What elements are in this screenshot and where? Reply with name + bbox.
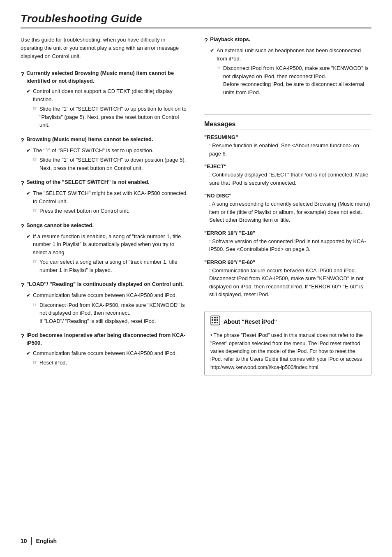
trouble-item-3: ? Setting of the "SELECT SWITCH" is not …	[21, 179, 188, 215]
answer-text-1-1: Control unit does not support a CD TEXT …	[33, 87, 188, 103]
answer-check-1-1: ✔ Control unit does not support a CD TEX…	[26, 87, 188, 103]
page-title: Troubleshooting Guide	[21, 12, 371, 25]
svg-rect-7	[212, 322, 213, 323]
note-4-1: ☞ You can select a song after a song of …	[33, 258, 188, 274]
message-eject: "EJECT" : Continuously displayed "EJECT"…	[204, 163, 371, 187]
question-text-1: Currently selected Browsing (Music menu)…	[26, 70, 188, 85]
trouble-item-6: ? iPod becomes inoperative after being d…	[21, 332, 188, 367]
note-playback-1: ☞ Disconnect iPod from KCA-iP500, make s…	[217, 64, 371, 96]
note-text-4-1: You can select a song after a song of "t…	[39, 258, 188, 274]
note-icon-4-1: ☞	[33, 258, 37, 265]
svg-rect-9	[217, 322, 218, 323]
question-4: ? Songs cannot be selected.	[21, 222, 188, 230]
question-text-5: "LOAD"/ "Reading" is continuously displa…	[26, 281, 184, 288]
reset-svg-icon	[210, 316, 220, 325]
note-text-3-1: Press the reset button on Control unit.	[39, 207, 129, 215]
question-mark-2: ?	[21, 136, 24, 144]
note-icon-3-1: ☞	[33, 207, 37, 214]
note-2-1: ☞ Slide the "1" of "SELECT SWITCH" to do…	[33, 156, 188, 172]
checkmark-4-1: ✔	[26, 232, 31, 241]
question-text-2: Browsing (Music menu) items cannot be se…	[26, 136, 153, 144]
page-footer: 10 English	[21, 537, 57, 545]
message-desc-error60: : Communication failure occurs between K…	[204, 267, 371, 299]
message-error60: "ERROR 60"/ "E-60" : Communication failu…	[204, 259, 371, 299]
title-divider	[21, 28, 371, 28]
svg-rect-6	[217, 319, 218, 321]
message-resuming: "RESUMING" : Resume function is enabled.…	[204, 134, 371, 158]
reset-box-title: About "Reset iPod"	[210, 316, 365, 329]
reset-icon	[210, 316, 220, 329]
answer-text-2-1: The "1" of "SELECT SWITCH" is set to up …	[33, 146, 154, 155]
question-2: ? Browsing (Music menu) items cannot be …	[21, 136, 188, 144]
svg-rect-8	[214, 322, 216, 323]
note-5-1: ☞ Disconnect iPod from KCA-iP500, make s…	[33, 301, 188, 325]
left-column: Use this guide for troubleshooting, when…	[21, 36, 188, 376]
checkmark-1-1: ✔	[26, 87, 31, 95]
question-mark-1: ?	[21, 70, 24, 78]
right-column: ? Playback stops. ✔ An external unit suc…	[204, 36, 371, 376]
answers-4: ✔ If a resume function is enabled, a son…	[21, 232, 188, 274]
note-icon-1-1: ☞	[33, 105, 37, 112]
question-playback: ? Playback stops.	[204, 36, 371, 44]
intro-text: Use this guide for troubleshooting, when…	[21, 36, 188, 60]
note-text-2-1: Slide the "1" of "SELECT SWITCH" to down…	[39, 156, 188, 172]
question-6: ? iPod becomes inoperative after being d…	[21, 332, 188, 347]
answer-check-5-1: ✔ Communication failure occurs between K…	[26, 291, 188, 299]
answers-6: ✔ Communication failure occurs between K…	[21, 349, 188, 367]
answer-text-3-1: The "SELECT SWITCH" might be set with KC…	[33, 189, 188, 205]
note-text-1-1: Slide the "1" of "SELECT SWITCH" to up p…	[39, 105, 188, 129]
answers-playback: ✔ An external unit such as headphones ha…	[204, 46, 371, 96]
messages-divider	[204, 114, 371, 115]
trouble-item-4: ? Songs cannot be selected. ✔ If a resum…	[21, 222, 188, 274]
trouble-item-5: ? "LOAD"/ "Reading" is continuously disp…	[21, 281, 188, 325]
page: Troubleshooting Guide Use this guide for…	[0, 0, 392, 557]
message-label-error60: "ERROR 60"/ "E-60"	[204, 259, 371, 265]
reset-box-title-text: About "Reset iPod"	[224, 318, 277, 327]
answer-text-4-1: If a resume function is enabled, a song …	[33, 232, 188, 257]
question-5: ? "LOAD"/ "Reading" is continuously disp…	[21, 281, 188, 289]
svg-rect-4	[212, 319, 213, 321]
message-desc-error18: : Software version of the connected iPod…	[204, 237, 371, 253]
message-desc-eject: : Continuously displayed "EJECT" that iP…	[204, 171, 371, 187]
checkmark-3-1: ✔	[26, 189, 31, 197]
note-text-playback-1: Disconnect iPod from KCA-iP500, make sur…	[223, 64, 371, 96]
question-mark-4: ?	[21, 222, 24, 230]
message-label-error18: "ERROR 18"/ "E-18"	[204, 230, 371, 236]
question-mark-3: ?	[21, 179, 24, 187]
note-icon-6-1: ☞	[33, 359, 37, 366]
message-label-nodisc: "NO DISC"	[204, 193, 371, 199]
note-icon-playback-1: ☞	[217, 64, 221, 72]
question-text-4: Songs cannot be selected.	[26, 222, 94, 230]
svg-rect-2	[214, 317, 216, 318]
answers-2: ✔ The "1" of "SELECT SWITCH" is set to u…	[21, 146, 188, 172]
language-label: English	[36, 538, 57, 544]
page-number: 10	[21, 538, 27, 544]
note-3-1: ☞ Press the reset button on Control unit…	[33, 207, 188, 215]
svg-rect-1	[212, 317, 213, 318]
answer-text-5-1: Communication failure occurs between KCA…	[33, 291, 177, 299]
content-grid: Use this guide for troubleshooting, when…	[21, 36, 371, 376]
note-1-1: ☞ Slide the "1" of "SELECT SWITCH" to up…	[33, 105, 188, 129]
message-label-resuming: "RESUMING"	[204, 134, 371, 140]
question-mark-playback: ?	[204, 36, 208, 44]
answer-check-playback-1: ✔ An external unit such as headphones ha…	[210, 46, 371, 63]
answer-check-2-1: ✔ The "1" of "SELECT SWITCH" is set to u…	[26, 146, 188, 155]
note-text-6-1: Reset iPod.	[39, 359, 67, 367]
note-6-1: ☞ Reset iPod.	[33, 359, 188, 367]
answer-check-4-1: ✔ If a resume function is enabled, a son…	[26, 232, 188, 257]
checkmark-5-1: ✔	[26, 291, 31, 299]
answers-5: ✔ Communication failure occurs between K…	[21, 291, 188, 325]
message-label-eject: "EJECT"	[204, 163, 371, 169]
svg-rect-3	[217, 317, 218, 318]
note-icon-2-1: ☞	[33, 156, 37, 163]
note-text-5-1: Disconnect iPod from KCA-iP500, make sur…	[39, 301, 188, 325]
answer-text-6-1: Communication failure occurs between KCA…	[33, 349, 177, 357]
trouble-item-2: ? Browsing (Music menu) items cannot be …	[21, 136, 188, 172]
messages-title: Messages	[204, 121, 371, 130]
question-text-6: iPod becomes inoperative after being dis…	[26, 332, 188, 347]
note-icon-5-1: ☞	[33, 301, 37, 309]
checkmark-playback-1: ✔	[210, 46, 214, 55]
answer-check-3-1: ✔ The "SELECT SWITCH" might be set with …	[26, 189, 188, 205]
trouble-item-1: ? Currently selected Browsing (Music men…	[21, 70, 188, 129]
answers-1: ✔ Control unit does not support a CD TEX…	[21, 87, 188, 129]
